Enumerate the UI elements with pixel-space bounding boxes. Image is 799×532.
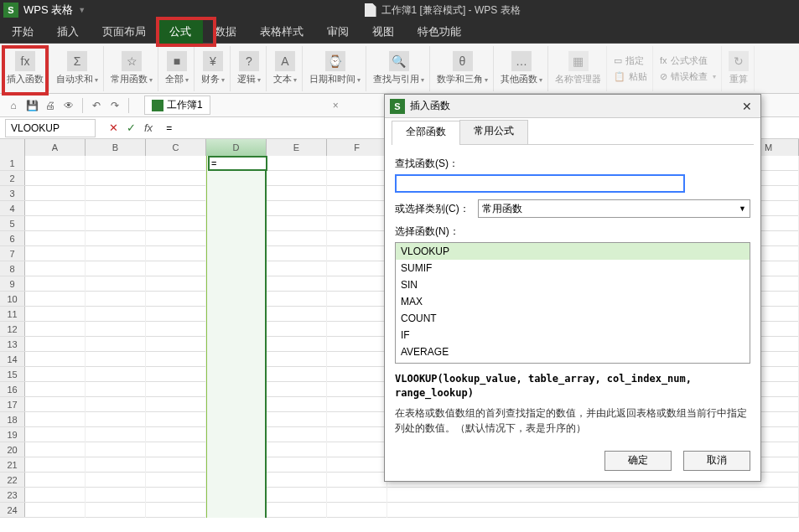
cell[interactable]	[327, 261, 387, 276]
cell[interactable]	[146, 246, 206, 261]
cell[interactable]	[327, 352, 387, 367]
tab-close-icon[interactable]: ×	[333, 100, 339, 111]
ok-button[interactable]: 确定	[604, 451, 672, 471]
cell[interactable]	[146, 382, 206, 397]
cell[interactable]	[25, 292, 86, 307]
function-item[interactable]: SIN	[396, 276, 750, 293]
function-item[interactable]: SUM	[396, 360, 750, 364]
ribbon-recent[interactable]: ☆ 常用函数▾	[106, 46, 158, 91]
row-header[interactable]: 14	[0, 352, 25, 366]
cell[interactable]	[146, 337, 206, 352]
cell[interactable]	[206, 442, 267, 457]
cell[interactable]	[267, 473, 327, 488]
cell[interactable]	[206, 246, 267, 261]
cell[interactable]	[267, 156, 327, 171]
preview-icon[interactable]: 👁	[62, 99, 75, 112]
cell[interactable]	[327, 276, 387, 292]
workbook-tab[interactable]: 工作簿1	[144, 96, 210, 115]
cell[interactable]	[206, 503, 267, 518]
dialog-titlebar[interactable]: S 插入函数 ✕	[385, 95, 760, 118]
row-header[interactable]: 20	[0, 442, 25, 457]
row-header[interactable]: 9	[0, 276, 25, 291]
cell[interactable]	[327, 322, 387, 337]
col-header-f[interactable]: F	[327, 139, 387, 156]
cell[interactable]	[206, 216, 267, 231]
cell[interactable]	[327, 231, 387, 246]
row-header[interactable]: 13	[0, 337, 25, 351]
cell[interactable]	[25, 307, 86, 322]
ribbon-all[interactable]: ■ 全部▾	[160, 46, 195, 91]
ribbon-more[interactable]: … 其他函数▾	[495, 46, 548, 91]
cell[interactable]	[86, 457, 146, 473]
cell[interactable]	[146, 171, 206, 186]
row-header[interactable]: 23	[0, 488, 25, 502]
cell[interactable]	[25, 488, 86, 503]
formula-accept-icon[interactable]: ✓	[127, 121, 136, 134]
cell[interactable]	[25, 231, 86, 246]
cell[interactable]	[206, 276, 267, 292]
ribbon-insert-function[interactable]: fx 插入函数	[2, 46, 49, 91]
cell[interactable]	[86, 156, 146, 171]
cell[interactable]	[86, 216, 146, 231]
col-header-c[interactable]: C	[146, 139, 206, 156]
row-header[interactable]: 4	[0, 201, 25, 215]
fx-icon[interactable]: fx	[144, 121, 153, 134]
cell[interactable]	[86, 367, 146, 382]
cell[interactable]	[206, 367, 267, 382]
function-item[interactable]: MAX	[396, 293, 750, 310]
cell[interactable]	[267, 427, 327, 442]
cell[interactable]	[327, 186, 387, 201]
cell[interactable]	[146, 427, 206, 442]
cell[interactable]	[327, 503, 387, 518]
cell[interactable]	[25, 246, 86, 261]
menu-insert[interactable]: 插入	[45, 20, 91, 44]
formula-cancel-icon[interactable]: ✕	[109, 121, 118, 134]
col-header-a[interactable]: A	[25, 139, 86, 156]
row-header[interactable]: 8	[0, 261, 25, 276]
menu-table-style[interactable]: 表格样式	[248, 20, 315, 44]
row-header[interactable]: 10	[0, 292, 25, 306]
cell[interactable]	[206, 412, 267, 427]
cell[interactable]	[267, 382, 327, 397]
cell[interactable]	[25, 367, 86, 382]
cell[interactable]	[25, 503, 86, 518]
cell[interactable]	[86, 488, 146, 503]
search-input[interactable]	[395, 174, 685, 193]
cell[interactable]	[327, 412, 387, 427]
row-header[interactable]: 15	[0, 367, 25, 381]
cell[interactable]	[86, 201, 146, 216]
cancel-button[interactable]: 取消	[683, 451, 750, 471]
function-item-vlookup[interactable]: VLOOKUP	[396, 243, 750, 260]
cell[interactable]	[146, 216, 206, 231]
cell[interactable]	[86, 337, 146, 352]
ribbon-logical[interactable]: ? 逻辑▾	[232, 46, 267, 91]
cell[interactable]	[267, 322, 327, 337]
row-header[interactable]: 2	[0, 171, 25, 185]
cell[interactable]	[86, 292, 146, 307]
row-header[interactable]: 18	[0, 412, 25, 426]
cell[interactable]	[327, 216, 387, 231]
cell[interactable]	[327, 397, 387, 412]
tab-common-formulas[interactable]: 常用公式	[459, 120, 528, 144]
save-icon[interactable]: 💾	[25, 99, 39, 112]
col-header-d[interactable]: D	[206, 139, 267, 156]
cell[interactable]	[267, 261, 327, 276]
cell[interactable]	[146, 503, 206, 518]
cell[interactable]	[206, 292, 267, 307]
ribbon-datetime[interactable]: ⌚ 日期和时间▾	[304, 46, 366, 91]
cell[interactable]	[387, 488, 739, 503]
cell[interactable]	[25, 473, 86, 488]
menu-page-layout[interactable]: 页面布局	[91, 20, 158, 44]
cell[interactable]	[206, 337, 267, 352]
cell[interactable]	[25, 412, 86, 427]
row-header[interactable]: 19	[0, 427, 25, 442]
cell[interactable]	[206, 352, 267, 367]
cell[interactable]	[327, 457, 387, 473]
dialog-close-icon[interactable]: ✕	[739, 100, 755, 113]
cell[interactable]	[267, 307, 327, 322]
cell[interactable]	[146, 397, 206, 412]
cell[interactable]	[267, 276, 327, 292]
function-item[interactable]: COUNT	[396, 310, 750, 327]
cell[interactable]	[146, 231, 206, 246]
cell[interactable]	[206, 186, 267, 201]
